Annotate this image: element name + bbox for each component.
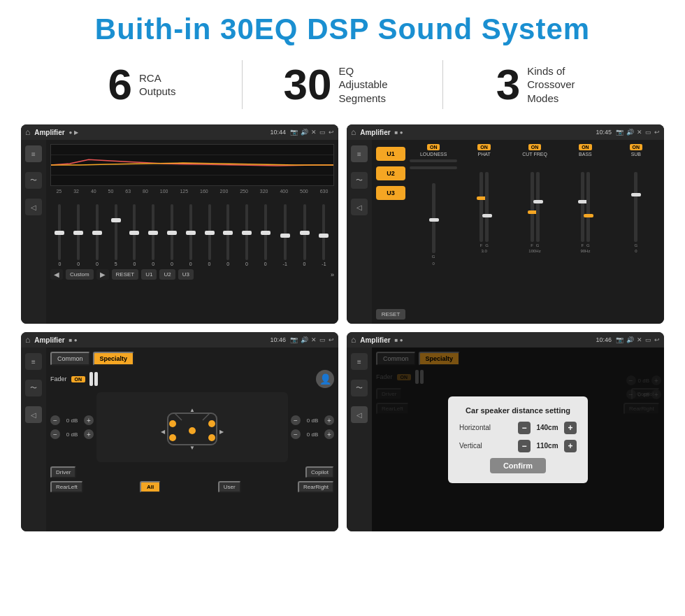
eq-track-2[interactable]: [96, 204, 99, 260]
preset-u2[interactable]: U2: [376, 166, 405, 180]
vol-left1-minus[interactable]: −: [50, 415, 60, 425]
phat-v2[interactable]: [485, 172, 489, 242]
eq-u3-button[interactable]: U3: [178, 269, 194, 280]
eq-icon-3[interactable]: ≡: [25, 353, 42, 370]
fader-on-badge[interactable]: ON: [71, 376, 86, 382]
eq-reset-button[interactable]: RESET: [112, 269, 139, 280]
eq-thumb-14[interactable]: [319, 234, 329, 238]
speaker-icon-2[interactable]: ◁: [351, 199, 368, 215]
eq-thumb-8[interactable]: [205, 231, 215, 235]
eq-track-11[interactable]: [264, 204, 267, 260]
eq-thumb-5[interactable]: [148, 231, 158, 235]
vol-left2-plus[interactable]: +: [84, 429, 94, 439]
close-icon-2: ✕: [637, 129, 642, 136]
rearleft-button[interactable]: RearLeft: [50, 481, 83, 493]
eq-track-1[interactable]: [77, 204, 80, 260]
panel-dialog: ⌂ Amplifier ■ ● 10:46 📷 🔊 ✕ ▭ ↩ ≡ 〜 ◁ Co…: [347, 332, 664, 531]
eq-thumb-13[interactable]: [300, 231, 310, 235]
vertical-plus-button[interactable]: +: [564, 440, 577, 452]
copilot-button[interactable]: Copilot: [305, 466, 334, 478]
eq-custom-button[interactable]: Custom: [66, 269, 94, 280]
phat-v1[interactable]: [480, 172, 483, 242]
eq-track-9[interactable]: [226, 204, 229, 260]
home-icon-3: ⌂: [25, 335, 30, 345]
loudness-on[interactable]: ON: [427, 144, 440, 150]
crossover-reset-button[interactable]: RESET: [376, 309, 405, 320]
tab-specialty[interactable]: Specialty: [93, 352, 135, 366]
eq-track-3[interactable]: [115, 204, 117, 260]
vol-left1-plus[interactable]: +: [84, 415, 94, 425]
horizontal-minus-button[interactable]: −: [518, 422, 531, 434]
speaker-icon[interactable]: ◁: [25, 199, 42, 215]
preset-u3[interactable]: U3: [376, 186, 405, 200]
sub-label: SUB: [631, 152, 641, 157]
ch-sub: ON SUB G 0: [612, 144, 660, 320]
fader-s1[interactable]: [89, 372, 93, 386]
eq-track-7[interactable]: [189, 204, 192, 260]
phat-on[interactable]: ON: [477, 144, 491, 150]
vol-right1-minus[interactable]: −: [291, 415, 301, 425]
vol-right2-minus[interactable]: −: [291, 429, 301, 439]
eq-thumb-4[interactable]: [129, 231, 139, 235]
eq-thumb-9[interactable]: [223, 231, 233, 235]
speaker-icon-3[interactable]: ◁: [25, 406, 42, 423]
horizontal-plus-button[interactable]: +: [564, 422, 577, 434]
eq-thumb-0[interactable]: [55, 231, 64, 235]
eq-thumb-6[interactable]: [167, 231, 177, 235]
eq-next-button[interactable]: ▶: [96, 269, 109, 280]
fader-s2[interactable]: [94, 372, 98, 386]
eq-track-12[interactable]: [284, 204, 287, 260]
eq-thumb-12[interactable]: [280, 234, 290, 238]
vol-right2-plus[interactable]: +: [324, 429, 334, 439]
eq-track-0[interactable]: [58, 204, 61, 260]
bass-on[interactable]: ON: [579, 144, 592, 150]
cutfreq-v2[interactable]: [536, 172, 540, 242]
sub-v1[interactable]: [634, 172, 637, 242]
bass-v2[interactable]: [586, 172, 590, 242]
eq-u1-button[interactable]: U1: [141, 269, 157, 280]
all-button[interactable]: All: [140, 481, 161, 493]
wave-icon-3[interactable]: 〜: [25, 380, 42, 396]
eq-track-4[interactable]: [133, 204, 136, 260]
eq-icon[interactable]: ≡: [25, 145, 42, 162]
eq-thumb-7[interactable]: [186, 231, 196, 235]
wave-icon[interactable]: 〜: [25, 172, 42, 189]
eq-prev-button[interactable]: ◀: [50, 269, 63, 280]
tab-common[interactable]: Common: [50, 352, 90, 366]
cutfreq-v1[interactable]: [531, 172, 534, 242]
cutfreq-on[interactable]: ON: [528, 144, 542, 150]
eq-track-13[interactable]: [303, 204, 306, 260]
vertical-minus-button[interactable]: −: [518, 440, 531, 452]
eq-track-6[interactable]: [171, 204, 173, 260]
eq-track-8[interactable]: [208, 204, 211, 260]
screenshots-grid: ⌂ Amplifier ● ▶ 10:44 📷 🔊 ✕ ▭ ↩ ≡ 〜 ◁: [0, 119, 685, 538]
eq-thumb-3[interactable]: [111, 218, 121, 222]
bass-v1[interactable]: [581, 172, 584, 242]
sub-on[interactable]: ON: [630, 144, 643, 150]
driver-button[interactable]: Driver: [50, 466, 76, 478]
loudness-slider-h[interactable]: [410, 159, 457, 162]
eq-track-5[interactable]: [152, 204, 154, 260]
speaker-icon-4[interactable]: ◁: [351, 406, 368, 423]
loudness-slider-h2[interactable]: [410, 166, 457, 169]
wave-icon-2[interactable]: 〜: [351, 172, 368, 189]
eq-thumb-10[interactable]: [242, 231, 252, 235]
eq-thumb-2[interactable]: [92, 231, 102, 235]
loudness-v1[interactable]: [432, 183, 435, 253]
vol-right1-plus[interactable]: +: [324, 415, 334, 425]
eq-u2-button[interactable]: U2: [159, 269, 175, 280]
user-button[interactable]: User: [218, 481, 241, 493]
eq-thumb-1[interactable]: [73, 231, 83, 235]
eq-track-10[interactable]: [245, 204, 248, 260]
preset-u1[interactable]: U1: [376, 147, 405, 161]
confirm-button[interactable]: Confirm: [490, 458, 546, 473]
eq-icon-4[interactable]: ≡: [351, 353, 368, 370]
sub-freq: 0: [635, 249, 637, 253]
wave-icon-4[interactable]: 〜: [351, 380, 368, 396]
eq-icon-2[interactable]: ≡: [351, 145, 368, 162]
vol-left2-minus[interactable]: −: [50, 429, 60, 439]
svg-text:▼: ▼: [189, 445, 195, 451]
rearright-button[interactable]: RearRight: [298, 481, 334, 493]
eq-track-14[interactable]: [322, 204, 325, 260]
eq-thumb-11[interactable]: [261, 231, 271, 235]
